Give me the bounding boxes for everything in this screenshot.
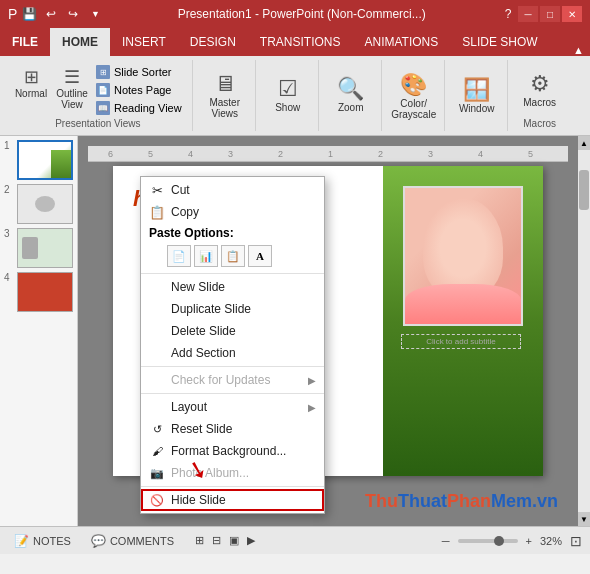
copy-label: Copy [171, 205, 199, 219]
normal-view-status-button[interactable]: ⊞ [192, 532, 207, 549]
paste-icon-3[interactable]: 📋 [221, 245, 245, 267]
ribbon-group-window: 🪟 Window [447, 60, 508, 131]
format-bg-label: Format Background... [171, 444, 286, 458]
cut-icon: ✂ [149, 182, 165, 198]
context-menu-check-updates[interactable]: Check for Updates ▶ [141, 369, 324, 391]
save-icon[interactable]: 💾 [21, 6, 37, 22]
context-menu-hide-slide[interactable]: 🚫 Hide Slide [141, 489, 324, 511]
slide-num-4: 4 [4, 272, 13, 283]
reading-view-button[interactable]: 📖 Reading View [94, 100, 184, 116]
context-menu-new-slide[interactable]: New Slide [141, 276, 324, 298]
copy-icon: 📋 [149, 204, 165, 220]
zoom-minus-button[interactable]: ─ [442, 535, 450, 547]
window-label: Window [459, 103, 495, 114]
scrollbar-up-button[interactable]: ▲ [578, 136, 590, 150]
slide-subtitle-placeholder[interactable]: Click to add subtitle [401, 334, 521, 349]
duplicate-slide-label: Duplicate Slide [171, 302, 251, 316]
show-content: ☑ Show [266, 62, 310, 127]
tab-animations[interactable]: ANIMATIONS [352, 28, 450, 56]
reading-view-status-button[interactable]: ▣ [226, 532, 242, 549]
tab-file[interactable]: FILE [0, 28, 50, 56]
window-button[interactable]: 🪟 Window [455, 75, 499, 116]
tab-insert[interactable]: INSERT [110, 28, 178, 56]
context-menu-photo-album[interactable]: 📷 Photo Album... [141, 462, 324, 484]
slide-thumb-4[interactable]: 4 [4, 272, 73, 312]
master-views-button[interactable]: 🖥 MasterViews [203, 69, 247, 121]
ribbon-content: ⊞ Normal ☰ OutlineView ⊞ Slide Sorter 📄 … [0, 56, 590, 136]
macros-button[interactable]: ⚙ Macros [518, 69, 562, 110]
zoom-value[interactable]: 32% [540, 535, 562, 547]
tab-slideshow[interactable]: SLIDE SHOW [450, 28, 549, 56]
scrollbar-track[interactable] [578, 150, 590, 512]
tab-transitions[interactable]: TRANSITIONS [248, 28, 353, 56]
slide-img-2[interactable] [17, 184, 73, 224]
slide-img-4[interactable] [17, 272, 73, 312]
customize-icon[interactable]: ▼ [87, 6, 103, 22]
status-bar: 📝 NOTES 💬 COMMENTS ⊞ ⊟ ▣ ▶ ─ + 32% ⊡ [0, 526, 590, 554]
close-button[interactable]: ✕ [562, 6, 582, 22]
photo-album-icon: 📷 [149, 465, 165, 481]
slideshow-status-button[interactable]: ▶ [244, 532, 258, 549]
show-button[interactable]: ☑ Show [266, 74, 310, 115]
minimize-button[interactable]: ─ [518, 6, 538, 22]
slide-img-1[interactable] [17, 140, 73, 180]
ribbon-collapse-btn[interactable]: ▲ [567, 44, 590, 56]
slide-thumb-1[interactable]: 1 [4, 140, 73, 180]
notes-page-button[interactable]: 📄 Notes Page [94, 82, 184, 98]
context-menu-delete-slide[interactable]: Delete Slide [141, 320, 324, 342]
slide-thumb-3[interactable]: 3 [4, 228, 73, 268]
watermark: ThuThuatPhanMem.vn [365, 491, 558, 512]
comments-label: COMMENTS [110, 535, 174, 547]
context-menu-format-bg[interactable]: 🖌 Format Background... [141, 440, 324, 462]
slide-panel[interactable]: 1 2 3 4 [0, 136, 78, 526]
slide-img-3[interactable] [17, 228, 73, 268]
context-menu-duplicate-slide[interactable]: Duplicate Slide [141, 298, 324, 320]
comments-button[interactable]: 💬 COMMENTS [85, 532, 180, 550]
tab-home[interactable]: HOME [50, 28, 110, 56]
tab-design[interactable]: DESIGN [178, 28, 248, 56]
color-button[interactable]: 🎨 Color/Grayscale [392, 70, 436, 122]
scrollbar-down-button[interactable]: ▼ [578, 512, 590, 526]
undo-icon[interactable]: ↩ [43, 6, 59, 22]
show-label: Show [275, 102, 300, 113]
zoom-slider[interactable] [458, 539, 518, 543]
notes-button[interactable]: 📝 NOTES [8, 532, 77, 550]
slide-image[interactable] [403, 186, 523, 326]
hide-slide-label: Hide Slide [171, 493, 226, 507]
maximize-button[interactable]: □ [540, 6, 560, 22]
context-menu-reset-slide[interactable]: ↺ Reset Slide [141, 418, 324, 440]
context-menu-add-section[interactable]: Add Section [141, 342, 324, 364]
slide-sorter-status-button[interactable]: ⊟ [209, 532, 224, 549]
paste-icon-4[interactable]: A [248, 245, 272, 267]
zoom-thumb[interactable] [494, 536, 504, 546]
context-menu-copy[interactable]: 📋 Copy [141, 201, 324, 223]
watermark-thuat: Thuat [398, 491, 447, 511]
delete-slide-icon [149, 323, 165, 339]
slide-thumb-2[interactable]: 2 [4, 184, 73, 224]
fit-slide-button[interactable]: ⊡ [570, 533, 582, 549]
ribbon-group-color: 🎨 Color/Grayscale [384, 60, 445, 131]
zoom-button[interactable]: 🔍 Zoom [329, 74, 373, 115]
context-menu-layout[interactable]: Layout ▶ [141, 396, 324, 418]
separator-1 [141, 273, 324, 274]
check-updates-icon [149, 372, 165, 388]
redo-icon[interactable]: ↪ [65, 6, 81, 22]
normal-view-button[interactable]: ⊞ Normal [12, 64, 50, 112]
zoom-plus-button[interactable]: + [526, 535, 532, 547]
outline-view-button[interactable]: ☰ OutlineView [52, 64, 92, 112]
view-buttons-stack: ⊞ Slide Sorter 📄 Notes Page 📖 Reading Vi… [94, 64, 184, 116]
paste-icon-1[interactable]: 📄 [167, 245, 191, 267]
vertical-scrollbar[interactable]: ▲ ▼ [578, 136, 590, 526]
watermark-mem: Mem [491, 491, 532, 511]
views-content: ⊞ Normal ☰ OutlineView ⊞ Slide Sorter 📄 … [12, 62, 184, 116]
paste-options-section: Paste Options: [141, 223, 324, 243]
paste-icon-2[interactable]: 📊 [194, 245, 218, 267]
context-menu-cut[interactable]: ✂ Cut [141, 179, 324, 201]
help-icon[interactable]: ? [500, 6, 516, 22]
color-label: Color/Grayscale [391, 98, 436, 120]
slide-sorter-button[interactable]: ⊞ Slide Sorter [94, 64, 184, 80]
reading-view-icon: 📖 [96, 101, 110, 115]
scrollbar-thumb[interactable] [579, 170, 589, 210]
layout-label: Layout [171, 400, 207, 414]
notes-page-icon: 📄 [96, 83, 110, 97]
